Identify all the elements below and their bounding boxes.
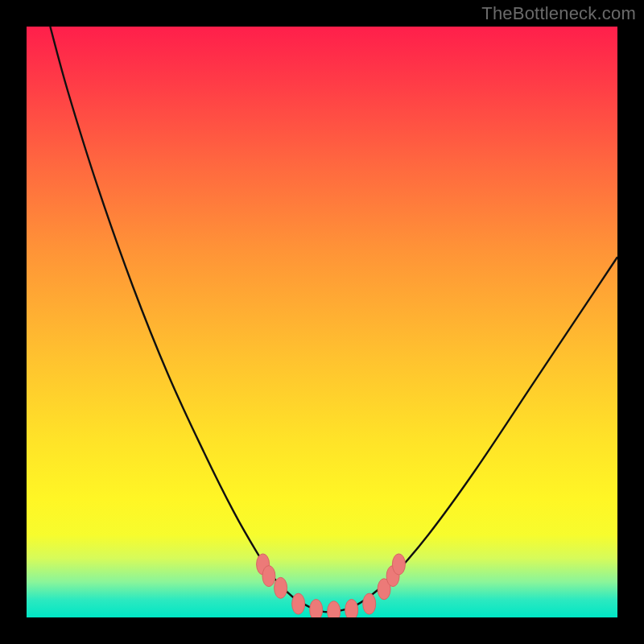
curve-marker [328,601,341,617]
curve-marker [392,554,405,575]
curve-marker [262,566,275,587]
chart-svg [27,27,617,617]
curve-markers [257,554,406,617]
curve-marker [292,593,305,614]
plot-area [27,27,617,617]
watermark-text: TheBottleneck.com [481,3,636,24]
curve-marker [275,577,287,598]
curve-marker [363,593,376,614]
curve-marker [345,599,358,617]
curve-marker [310,599,323,617]
chart-frame: TheBottleneck.com [0,0,644,644]
bottleneck-curve [50,27,617,612]
